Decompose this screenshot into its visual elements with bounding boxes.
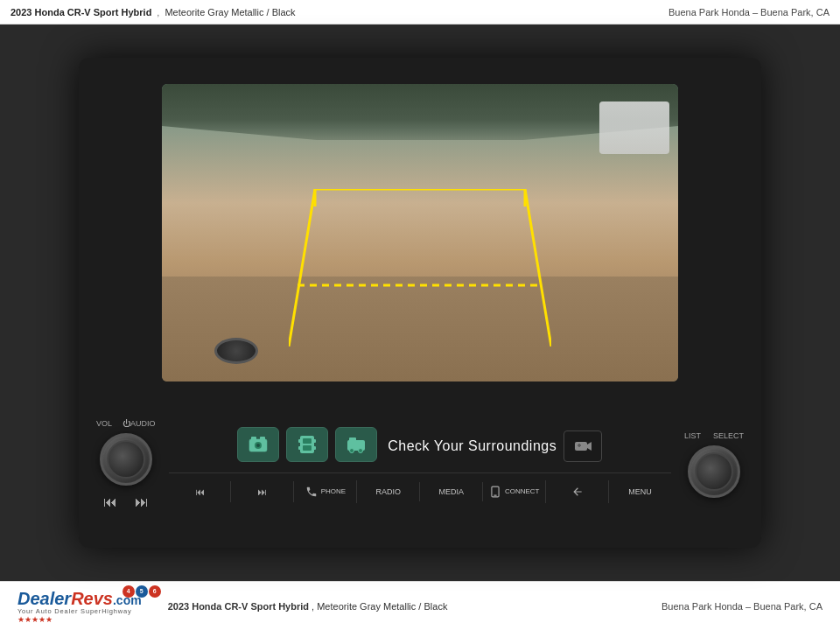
infotainment-screen bbox=[162, 84, 678, 382]
bottom-buttons-row: ⏮ ⏭ PHONE RADIO bbox=[169, 472, 671, 503]
wheel-visible bbox=[214, 338, 258, 364]
radio-button[interactable]: RADIO bbox=[357, 482, 420, 501]
volume-knob[interactable] bbox=[100, 433, 152, 486]
icons-and-message-row: Check Your Surroundings bbox=[169, 427, 671, 466]
side-car-silhouette bbox=[599, 102, 669, 154]
phone-icon bbox=[305, 486, 318, 498]
logo-sub-text: Your Auto Dealer SuperHighway bbox=[18, 607, 132, 615]
bottom-color-label: Meteorite Gray Metallic bbox=[317, 601, 416, 612]
logo-wrapper: Dealer Revs .com Your Auto Dealer SuperH… bbox=[18, 589, 142, 624]
center-controls: Check Your Surroundings bbox=[169, 427, 671, 503]
media-button[interactable]: MEDIA bbox=[420, 482, 483, 501]
left-knob-area: VOL ⏻AUDIO ⏮ ⏭ bbox=[96, 419, 156, 510]
next-track-icon: ⏭ bbox=[257, 486, 267, 497]
svg-point-21 bbox=[359, 448, 363, 452]
connect-button[interactable]: CONNECT bbox=[483, 480, 546, 503]
svg-rect-17 bbox=[313, 446, 316, 450]
connect-icon bbox=[489, 486, 501, 498]
menu-label: MENU bbox=[628, 487, 652, 496]
dealer-top: Buena Park Honda – Buena Park, CA bbox=[668, 7, 830, 18]
svg-rect-8 bbox=[260, 437, 265, 440]
car-color-top: Meteorite Gray Metallic / Black bbox=[164, 7, 295, 18]
bottom-dealer-info: Buena Park Honda – Buena Park, CA bbox=[662, 601, 822, 612]
vol-audio-labels: VOL ⏻AUDIO bbox=[96, 419, 156, 428]
prev-skip-button[interactable]: ⏮ bbox=[103, 494, 117, 510]
bottom-interior-label: Black bbox=[424, 601, 447, 612]
audio-label: ⏻AUDIO bbox=[122, 419, 156, 428]
select-label: SELECT bbox=[713, 431, 744, 440]
next-skip-button[interactable]: ⏭ bbox=[135, 494, 149, 510]
list-label: LIST bbox=[684, 431, 701, 440]
car-model-title: 2023 Honda CR-V Sport Hybrid bbox=[10, 7, 151, 18]
svg-rect-16 bbox=[298, 446, 301, 450]
camera-settings-button[interactable] bbox=[564, 430, 602, 462]
top-bar: 2023 Honda CR-V Sport Hybrid , Meteorite… bbox=[0, 0, 840, 24]
side-view-button[interactable] bbox=[335, 427, 377, 462]
check-surroundings-message: Check Your Surroundings bbox=[388, 438, 556, 454]
separator1: , bbox=[157, 7, 159, 18]
media-label: MEDIA bbox=[438, 487, 464, 496]
logo-stars: ★★★★★ bbox=[18, 615, 52, 624]
logo-text-dealer: Dealer bbox=[18, 589, 71, 609]
svg-rect-14 bbox=[298, 439, 301, 443]
svg-rect-12 bbox=[303, 438, 312, 444]
phone-button[interactable]: PHONE bbox=[294, 480, 357, 503]
bottom-car-model: 2023 Honda CR-V Sport Hybrid bbox=[168, 601, 309, 612]
svg-rect-27 bbox=[494, 494, 497, 495]
bottom-bar: Dealer Revs .com Your Auto Dealer SuperH… bbox=[0, 581, 840, 630]
back-button[interactable] bbox=[546, 480, 609, 503]
logo-text-revs: Revs bbox=[71, 589, 113, 609]
radio-label: RADIO bbox=[376, 487, 402, 496]
badge-6: 6 bbox=[149, 585, 161, 598]
svg-point-10 bbox=[256, 444, 260, 447]
menu-button[interactable]: MENU bbox=[609, 482, 671, 501]
main-content: VOL ⏻AUDIO ⏮ ⏭ bbox=[0, 24, 840, 581]
badge-4: 4 bbox=[122, 585, 135, 598]
next-track-button[interactable]: ⏭ bbox=[231, 481, 294, 502]
svg-line-0 bbox=[289, 189, 315, 346]
backup-camera-view bbox=[162, 84, 678, 382]
parking-guide-lines bbox=[289, 189, 551, 346]
svg-rect-19 bbox=[349, 438, 356, 441]
phone-label: PHONE bbox=[321, 487, 346, 495]
prev-track-icon: ⏮ bbox=[195, 486, 205, 497]
vol-label: VOL bbox=[96, 419, 112, 428]
select-knob[interactable] bbox=[688, 445, 740, 498]
badge-5: 5 bbox=[136, 585, 148, 598]
connect-label: CONNECT bbox=[505, 487, 540, 495]
camera-icon-buttons bbox=[237, 427, 377, 462]
prev-track-button[interactable]: ⏮ bbox=[169, 481, 232, 502]
list-select-labels: LIST SELECT bbox=[684, 431, 744, 440]
svg-rect-15 bbox=[313, 439, 316, 443]
back-icon bbox=[571, 486, 584, 498]
svg-line-1 bbox=[525, 189, 551, 346]
svg-point-20 bbox=[350, 448, 354, 452]
infotainment-unit: VOL ⏻AUDIO ⏮ ⏭ bbox=[79, 58, 761, 548]
top-view-button[interactable] bbox=[286, 427, 328, 462]
right-knob-area: LIST SELECT bbox=[684, 431, 744, 498]
front-view-button[interactable] bbox=[237, 427, 279, 462]
svg-rect-13 bbox=[303, 445, 312, 451]
svg-rect-22 bbox=[575, 442, 587, 451]
number-badges: 4 5 6 bbox=[122, 585, 161, 598]
svg-marker-23 bbox=[587, 442, 592, 451]
controls-area: VOL ⏻AUDIO ⏮ ⏭ bbox=[79, 382, 761, 548]
svg-rect-7 bbox=[251, 437, 256, 440]
bottom-car-info: 2023 Honda CR-V Sport Hybrid , Meteorite… bbox=[168, 601, 448, 612]
